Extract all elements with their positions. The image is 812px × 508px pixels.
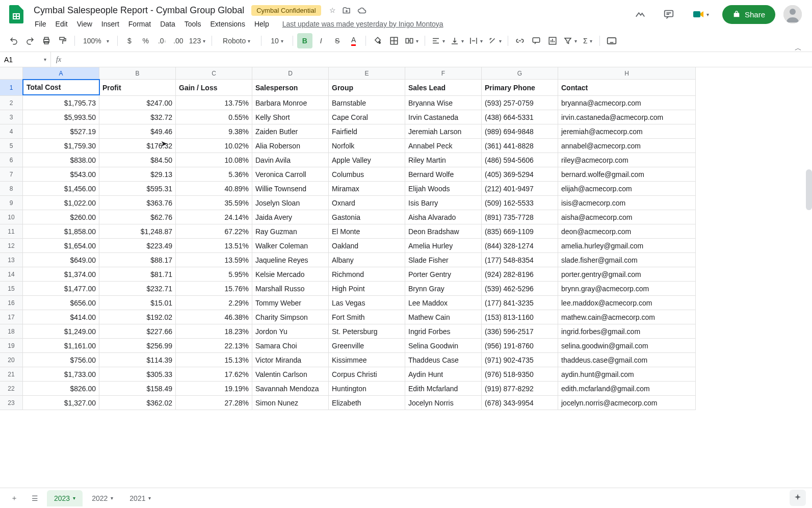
borders-button[interactable]: [386, 33, 402, 48]
header-cell[interactable]: Total Cost: [22, 79, 100, 95]
cell[interactable]: $49.46: [99, 124, 176, 139]
cell[interactable]: Walker Coleman: [252, 239, 329, 253]
format-number-select[interactable]: 123: [187, 33, 207, 48]
wrap-button[interactable]: [467, 33, 485, 48]
cell[interactable]: Brynn Gray: [405, 282, 482, 296]
cell[interactable]: brynn.gray@acmecorp.com: [558, 282, 696, 296]
cell[interactable]: Riley Martin: [405, 153, 482, 167]
cell[interactable]: bryanna@acmecorp.com: [558, 96, 696, 110]
cell[interactable]: (361) 441-8828: [482, 139, 558, 153]
cell[interactable]: $1,327.00: [23, 396, 99, 410]
cell[interactable]: Samara Choi: [252, 339, 329, 353]
col-header-H[interactable]: H: [558, 67, 696, 80]
sheet-tab-2021[interactable]: 2021▾: [122, 490, 158, 506]
cell[interactable]: jocelyn.norris@acmecorp.com: [558, 396, 696, 410]
italic-button[interactable]: I: [313, 33, 329, 48]
cell[interactable]: Victor Miranda: [252, 353, 329, 367]
cell[interactable]: 22.13%: [176, 339, 252, 353]
cell[interactable]: Simon Nunez: [252, 396, 329, 410]
cell[interactable]: Deon Bradshaw: [405, 224, 482, 239]
menu-edit[interactable]: Edit: [51, 18, 72, 30]
cell[interactable]: Jaqueline Reyes: [252, 253, 329, 267]
cell[interactable]: High Point: [329, 282, 405, 296]
cell[interactable]: $1,477.00: [23, 282, 99, 296]
cell[interactable]: (593) 257-0759: [482, 96, 558, 110]
cell[interactable]: Willie Townsend: [252, 182, 329, 196]
sheet-tab-2022[interactable]: 2022▾: [85, 490, 120, 506]
cell[interactable]: aisha@acmecorp.com: [558, 210, 696, 224]
cell[interactable]: lee.maddox@acmecorp.com: [558, 296, 696, 310]
row-header-2[interactable]: 2: [0, 96, 23, 110]
cell[interactable]: Lee Maddox: [405, 296, 482, 310]
percent-icon[interactable]: %: [138, 33, 153, 48]
header-cell[interactable]: Primary Phone: [482, 80, 558, 96]
cell[interactable]: Jordon Yu: [252, 324, 329, 339]
cell[interactable]: Las Vegas: [329, 296, 405, 310]
currency-icon[interactable]: $: [122, 33, 137, 48]
cell[interactable]: $15.01: [99, 296, 176, 310]
row-header-12[interactable]: 12: [0, 239, 23, 253]
cell[interactable]: (405) 369-5294: [482, 167, 558, 182]
cell[interactable]: 67.22%: [176, 224, 252, 239]
cell[interactable]: Albany: [329, 253, 405, 267]
row-header-22[interactable]: 22: [0, 382, 23, 396]
row-header-3[interactable]: 3: [0, 110, 23, 124]
header-cell[interactable]: Salesperson: [252, 80, 329, 96]
cell[interactable]: $363.76: [99, 196, 176, 210]
paint-format-icon[interactable]: [55, 33, 70, 48]
activity-icon[interactable]: [630, 4, 650, 24]
cell[interactable]: $362.02: [99, 396, 176, 410]
fill-color-button[interactable]: [370, 33, 385, 48]
cell[interactable]: Alia Roberson: [252, 139, 329, 153]
cell[interactable]: 35.59%: [176, 196, 252, 210]
cell[interactable]: (678) 343-9954: [482, 396, 558, 410]
undo-icon[interactable]: [6, 33, 21, 48]
row-header-14[interactable]: 14: [0, 267, 23, 282]
meet-button[interactable]: ▾: [687, 6, 714, 22]
cell[interactable]: 15.13%: [176, 353, 252, 367]
row-header-17[interactable]: 17: [0, 310, 23, 324]
cell[interactable]: Apple Valley: [329, 153, 405, 167]
cell[interactable]: $1,374.00: [23, 267, 99, 282]
filter-button[interactable]: [561, 33, 579, 48]
row-header-1[interactable]: 1: [0, 80, 23, 96]
menu-file[interactable]: File: [31, 18, 50, 30]
cell[interactable]: 13.75%: [176, 96, 252, 110]
cell[interactable]: ingrid.forbes@gmail.com: [558, 324, 696, 339]
row-header-5[interactable]: 5: [0, 139, 23, 153]
zoom-select[interactable]: 100%: [79, 33, 113, 48]
cell[interactable]: $81.71: [99, 267, 176, 282]
cell[interactable]: Greenville: [329, 339, 405, 353]
cell[interactable]: Isis Barry: [405, 196, 482, 210]
cell[interactable]: $305.33: [99, 367, 176, 382]
cell[interactable]: (177) 841-3235: [482, 296, 558, 310]
cell[interactable]: isis@acmecorp.com: [558, 196, 696, 210]
row-header-9[interactable]: 9: [0, 196, 23, 210]
cell[interactable]: 10.08%: [176, 153, 252, 167]
cell[interactable]: edith.mcfarland@gmail.com: [558, 382, 696, 396]
cell[interactable]: Kelly Short: [252, 110, 329, 124]
move-icon[interactable]: [342, 6, 351, 15]
cell[interactable]: $114.39: [99, 353, 176, 367]
col-header-C[interactable]: C: [176, 67, 252, 80]
cell[interactable]: $260.00: [23, 210, 99, 224]
row-header-11[interactable]: 11: [0, 224, 23, 239]
cell[interactable]: $1,759.30: [23, 139, 99, 153]
menu-insert[interactable]: Insert: [97, 18, 123, 30]
formula-input[interactable]: [66, 52, 812, 67]
cell[interactable]: Bernard Wolfe: [405, 167, 482, 182]
cell[interactable]: Ingrid Forbes: [405, 324, 482, 339]
row-header-15[interactable]: 15: [0, 282, 23, 296]
cell[interactable]: $656.00: [23, 296, 99, 310]
cell[interactable]: 13.59%: [176, 253, 252, 267]
cell[interactable]: $84.50: [99, 153, 176, 167]
cell[interactable]: (844) 328-1274: [482, 239, 558, 253]
cell[interactable]: Richmond: [329, 267, 405, 282]
row-header-8[interactable]: 8: [0, 182, 23, 196]
cell[interactable]: Savannah Mendoza: [252, 382, 329, 396]
cell[interactable]: porter.gentry@gmail.com: [558, 267, 696, 282]
cell[interactable]: (891) 735-7728: [482, 210, 558, 224]
cell[interactable]: Tommy Weber: [252, 296, 329, 310]
cell[interactable]: (971) 902-4735: [482, 353, 558, 367]
cell[interactable]: 15.76%: [176, 282, 252, 296]
